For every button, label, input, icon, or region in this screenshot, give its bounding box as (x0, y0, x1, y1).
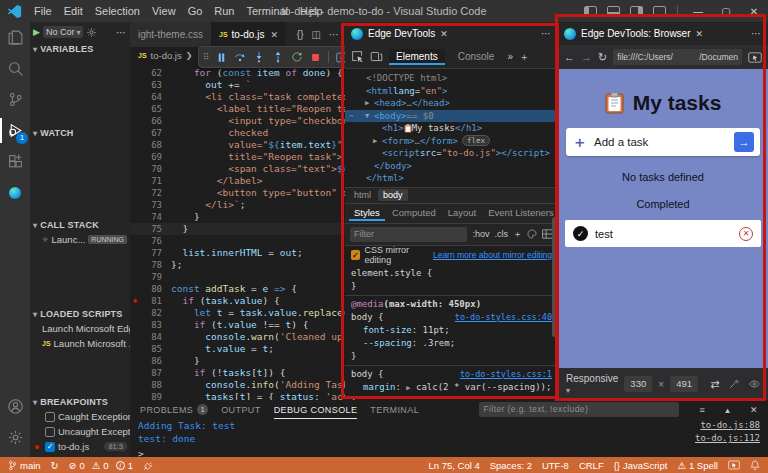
css-mirror-checkbox[interactable]: ✓ (351, 250, 360, 260)
filter-options-icon[interactable]: ≡ (699, 405, 705, 415)
panel-tab-debug-console[interactable]: DEBUG CONSOLE (274, 400, 358, 419)
maximize-panel-icon[interactable]: ▴ (725, 405, 730, 415)
new-rule-icon[interactable]: ＋ (513, 228, 522, 241)
tab-console[interactable]: Console (451, 49, 502, 65)
code-line[interactable]: 72 <button type="button" dat (130, 187, 345, 199)
extensions-icon[interactable] (0, 146, 30, 177)
code-line[interactable]: 68 value="${item.text}" cl (130, 139, 345, 151)
css-source-link[interactable]: to-do-styles.css:40 (455, 311, 552, 324)
close-panel-icon[interactable]: ✕ (750, 405, 758, 415)
breakpoint-checkbox[interactable]: ✓ (45, 442, 55, 452)
hover-state-button[interactable]: :hov (472, 229, 489, 239)
toggle-secondary-sidebar-icon[interactable] (630, 6, 643, 16)
css-rule[interactable]: element.style {} (345, 265, 558, 295)
toggle-panel-icon[interactable] (607, 6, 620, 16)
close-tab-icon[interactable]: ✕ (270, 30, 278, 40)
code-line[interactable]: 71 </label> (130, 175, 345, 187)
sync-icon[interactable]: ↻ (51, 460, 59, 471)
panel-tab-output[interactable]: OUTPUT (221, 400, 260, 419)
code-line[interactable]: 66 <input type="checkbox" (130, 115, 345, 127)
step-into-icon[interactable] (253, 51, 265, 63)
panel-tab-terminal[interactable]: TERMINAL (370, 400, 419, 419)
code-line[interactable]: 85 t.value = t; (130, 343, 345, 355)
status-javascript[interactable]: {}JavaScript (614, 460, 668, 471)
code-line[interactable]: 89 tasks[t] = { status: 'activ (130, 391, 345, 400)
dom-node[interactable]: <!DOCTYPE html> (345, 72, 558, 85)
status-spaces-2[interactable]: Spaces: 2 (490, 460, 532, 471)
style-tab-computed[interactable]: Computed (387, 205, 441, 221)
device-emulation-icon[interactable] (370, 50, 383, 63)
notifications-bell-icon[interactable] (750, 460, 760, 471)
breakpoint-checkbox[interactable] (45, 412, 55, 422)
device-mode-dropdown[interactable]: Responsive ▾ (566, 373, 618, 395)
dom-node[interactable]: <h1> My tasks</h1> (345, 122, 558, 135)
vision-deficiency-eye-icon[interactable] (749, 379, 760, 389)
dom-tree[interactable]: <!DOCTYPE html><html lang="en">▶<head>…<… (345, 69, 558, 187)
mirror-editing-link[interactable]: Learn more about mirror editing (433, 250, 552, 260)
restart-icon[interactable] (291, 51, 303, 63)
console-filter-input[interactable]: Filter (e.g. text, !exclude) (479, 402, 679, 417)
status-utf-8[interactable]: UTF-8 (542, 460, 569, 471)
settings-gear-icon[interactable] (0, 422, 30, 453)
menu-item-view[interactable]: View (146, 5, 182, 17)
account-icon[interactable] (0, 391, 30, 422)
browser-tab-title[interactable]: Edge DevTools: Browser (581, 28, 691, 39)
code-line[interactable]: ●81 if (task.value) { (130, 295, 345, 307)
style-tab-styles[interactable]: Styles (349, 205, 385, 221)
edge-devtools-icon[interactable] (0, 177, 30, 208)
run-and-debug-icon[interactable]: 1 (0, 115, 30, 146)
completed-task-row[interactable]: ✓ test ✕ (565, 220, 761, 247)
style-tab-layout[interactable]: Layout (443, 205, 482, 221)
code-line[interactable]: 82 let t = task.value.replace(/[ (130, 307, 345, 319)
debug-settings-gear-icon[interactable] (86, 27, 97, 38)
close-browser-icon[interactable]: ✕ (696, 29, 704, 39)
split-editor-icon[interactable]: ◫ (312, 29, 321, 40)
explorer-icon[interactable] (0, 22, 30, 53)
dom-node[interactable]: ▶<form>…</form>flex (345, 135, 558, 148)
menu-item-selection[interactable]: Selection (89, 5, 146, 17)
source-control-icon[interactable] (0, 84, 30, 115)
close-devtools-icon[interactable]: ✕ (440, 29, 448, 39)
styles-rules[interactable]: element.style {}@media (max-width: 450px… (345, 265, 558, 401)
close-button[interactable]: ✕ (740, 0, 768, 22)
code-line[interactable]: 75 } (130, 223, 345, 235)
crumb-html[interactable]: html (349, 189, 376, 201)
step-out-icon[interactable] (272, 51, 284, 63)
section-loaded-scripts[interactable]: ▾LOADED SCRIPTS (30, 307, 130, 321)
section-breakpoints[interactable]: ▾BREAKPOINTS (30, 395, 130, 409)
tab-to-do-js[interactable]: JS to-do.js ✕ (211, 22, 286, 47)
code-line[interactable]: 88 console.info('Adding Task: (130, 379, 345, 391)
task-done-checkbox[interactable]: ✓ (573, 226, 588, 241)
code-line[interactable]: 62 for (const item of done) { (130, 67, 345, 79)
reload-icon[interactable]: ↻ (598, 51, 607, 64)
pause-icon[interactable] (216, 52, 227, 63)
code-line[interactable]: 83 if (t.value !== t) { (130, 319, 345, 331)
menu-item-run[interactable]: Run (208, 5, 240, 17)
code-line[interactable]: 65 <label title="Reopen task (130, 103, 345, 115)
menu-item-go[interactable]: Go (182, 5, 209, 17)
devtools-more-actions-icon[interactable]: ⋯ (541, 28, 552, 39)
loaded-script-item[interactable]: Launch Microsoft Edg... (30, 321, 130, 336)
flex-badge[interactable]: flex (462, 135, 490, 146)
tab-elements[interactable]: Elements (389, 49, 445, 65)
css-rule[interactable]: body {to-do-styles.css:1margin: ▶ calc(2… (345, 365, 558, 401)
code-line[interactable]: 84 console.warn('Cleaned up ta (130, 331, 345, 343)
customize-layout-icon[interactable] (653, 6, 666, 16)
inspect-element-icon[interactable] (351, 50, 364, 63)
dom-node[interactable]: <html lang="en"> (345, 85, 558, 98)
breakpoint-item[interactable]: Caught Exceptions (30, 409, 130, 424)
loaded-script-item[interactable]: JSLaunch Microsoft ... (30, 336, 130, 351)
throttling-wand-icon[interactable] (729, 378, 739, 390)
back-icon[interactable]: ← (564, 51, 575, 63)
delete-task-icon[interactable]: ✕ (739, 227, 753, 241)
browser-more-actions-icon[interactable]: ⋯ (751, 28, 762, 39)
search-icon[interactable] (0, 53, 30, 84)
code-line[interactable]: 63 out += ` (130, 79, 345, 91)
code-editor[interactable]: 62 for (const item of done) {63 out += `… (130, 63, 345, 400)
stop-icon[interactable] (310, 52, 321, 63)
devtools-tab-title[interactable]: Edge DevTools (368, 28, 435, 39)
breakpoint-item[interactable]: ●✓to-do.js81:3 (30, 439, 130, 454)
panel-tab-problems[interactable]: PROBLEMS1 (140, 400, 208, 419)
url-bar[interactable]: file:///C:/Users//Documen (613, 49, 742, 65)
drag-handle-icon[interactable]: ⠿ (203, 52, 209, 62)
